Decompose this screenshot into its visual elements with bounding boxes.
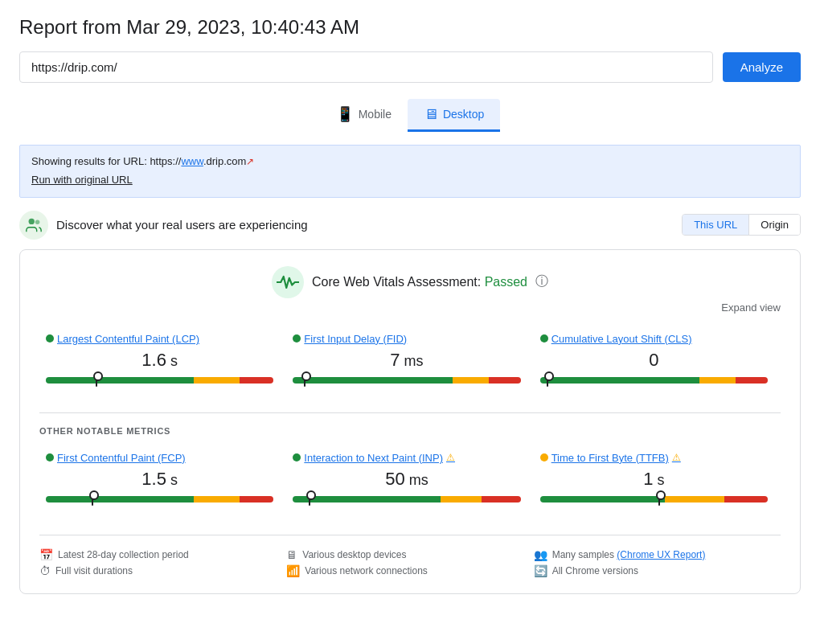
metric-label-text-cls: Cumulative Layout Shift (CLS) [551, 333, 692, 345]
metric-item-ttfb: Time to First Byte (TTFB) ⚠ 1 s [534, 445, 781, 519]
metric-label-text-ttfb: Time to First Byte (TTFB) [551, 452, 669, 464]
footer-icon-0: 📅 [39, 548, 53, 561]
url-bar-row: Analyze [19, 51, 801, 83]
metric-label-text-lcp: Largest Contentful Paint (LCP) [57, 333, 199, 345]
footer-item-4: 📶 Various network connections [286, 564, 533, 577]
progress-marker-lcp [96, 374, 97, 387]
footer-item-2: 👥 Many samples (Chrome UX Report) [534, 548, 781, 561]
progress-track-fid [293, 377, 520, 384]
metric-unit-lcp: s [166, 353, 178, 369]
report-title: Report from Mar 29, 2023, 10:40:43 AM [19, 16, 801, 39]
progress-marker-inp [309, 493, 310, 506]
progress-bar-cls [540, 377, 768, 384]
progress-bar-fid [293, 377, 520, 384]
progress-track-ttfb [540, 496, 768, 502]
redirect-banner: Showing results for URL: https://www.dri… [19, 145, 801, 198]
vitals-card: Core Web Vitals Assessment: Passed ⓘ Exp… [19, 249, 801, 594]
progress-marker-fcp [92, 493, 93, 506]
progress-track-lcp [46, 377, 273, 384]
footer-item-3: ⏱ Full visit durations [39, 564, 286, 577]
analyze-button[interactable]: Analyze [723, 52, 801, 82]
metric-unit-fid: ms [400, 353, 424, 369]
footer-icon-1: 🖥 [286, 548, 297, 561]
assessment-label: Core Web Vitals Assessment: Passed [312, 275, 527, 289]
metric-label-inp[interactable]: Interaction to Next Paint (INP) ⚠ [293, 452, 520, 464]
metric-dot-cls [540, 334, 548, 343]
metric-value-cls: 0 [540, 350, 768, 371]
metric-item-inp: Interaction to Next Paint (INP) ⚠ 50 ms [286, 445, 533, 519]
footer-text-4: Various network connections [305, 565, 428, 576]
footer-item-0: 📅 Latest 28-day collection period [39, 548, 286, 561]
url-input[interactable] [19, 51, 713, 83]
core-vitals-grid: Largest Contentful Paint (LCP) 1.6 s Fir… [39, 326, 781, 400]
metric-label-lcp[interactable]: Largest Contentful Paint (LCP) [46, 333, 273, 345]
device-tabs: 📱 Mobile 🖥 Desktop [19, 99, 801, 132]
pulse-icon [272, 266, 304, 298]
other-metrics-grid: First Contentful Paint (FCP) 1.5 s Inter… [39, 445, 781, 519]
url-origin-toggle: This URL Origin [682, 214, 801, 236]
metric-item-fid: First Input Delay (FID) 7 ms [286, 326, 533, 400]
metric-unit-inp: ms [405, 472, 428, 488]
vitals-header: Core Web Vitals Assessment: Passed ⓘ [39, 266, 781, 298]
metric-unit-ttfb: s [653, 472, 664, 488]
footer-info: 📅 Latest 28-day collection period 🖥 Vari… [39, 535, 781, 577]
footer-text-5: All Chrome versions [552, 565, 638, 576]
expand-view[interactable]: Expand view [39, 301, 781, 314]
footer-item-1: 🖥 Various desktop devices [286, 548, 533, 561]
desktop-icon: 🖥 [424, 106, 438, 123]
metrics-divider [39, 412, 781, 413]
metric-value-fid: 7 ms [293, 350, 520, 371]
metric-value-ttfb: 1 s [540, 469, 768, 490]
tab-desktop[interactable]: 🖥 Desktop [408, 99, 500, 132]
metric-label-fid[interactable]: First Input Delay (FID) [293, 333, 520, 345]
footer-icon-3: ⏱ [39, 564, 51, 577]
progress-marker-cls [547, 374, 548, 387]
metric-item-lcp: Largest Contentful Paint (LCP) 1.6 s [39, 326, 286, 400]
metric-dot-fcp [46, 453, 54, 461]
footer-icon-2: 👥 [534, 548, 547, 561]
metric-dot-lcp [46, 334, 54, 343]
footer-text-2: Many samples (Chrome UX Report) [552, 549, 706, 560]
tab-desktop-label: Desktop [443, 108, 484, 121]
progress-bar-lcp [46, 377, 273, 384]
progress-track-cls [540, 377, 768, 384]
metric-label-text-fcp: First Contentful Paint (FCP) [57, 452, 186, 464]
footer-link-2[interactable]: (Chrome UX Report) [617, 549, 705, 560]
assessment-info-icon[interactable]: ⓘ [535, 273, 548, 290]
svg-point-1 [35, 219, 40, 224]
metric-label-text-inp: Interaction to Next Paint (INP) [304, 452, 443, 464]
tab-mobile[interactable]: 📱 Mobile [320, 99, 408, 132]
redirect-www: www [181, 155, 203, 167]
footer-text-3: Full visit durations [55, 565, 133, 576]
footer-text-0: Latest 28-day collection period [58, 549, 189, 560]
metric-label-text-fid: First Input Delay (FID) [304, 333, 407, 345]
metric-item-fcp: First Contentful Paint (FCP) 1.5 s [39, 445, 286, 519]
warning-icon: ⚠ [446, 452, 455, 463]
progress-bar-fcp [46, 496, 273, 502]
users-icon [25, 216, 43, 234]
progress-marker-ttfb [658, 493, 660, 506]
metric-unit-fcp: s [166, 472, 178, 488]
pulse-wave-icon [277, 274, 299, 290]
svg-point-0 [29, 218, 35, 224]
metric-value-lcp: 1.6 s [46, 350, 273, 371]
other-metrics-label: OTHER NOTABLE METRICS [39, 426, 781, 436]
progress-bar-ttfb [540, 496, 768, 502]
metric-label-ttfb[interactable]: Time to First Byte (TTFB) ⚠ [540, 452, 768, 464]
crux-section-title: Discover what your real users are experi… [56, 218, 308, 232]
warning-icon: ⚠ [672, 452, 681, 463]
run-original-url-link[interactable]: Run with original URL [31, 172, 789, 189]
this-url-button[interactable]: This URL [683, 215, 749, 235]
metric-dot-fid [293, 334, 301, 343]
footer-text-1: Various desktop devices [302, 549, 406, 560]
footer-icon-5: 🔄 [534, 564, 547, 577]
metric-dot-inp [293, 453, 301, 461]
redirect-domain: .drip.com [203, 155, 246, 167]
metric-dot-ttfb [540, 453, 548, 461]
metric-label-cls[interactable]: Cumulative Layout Shift (CLS) [540, 333, 768, 345]
redirect-indicator: ↗ [246, 156, 254, 167]
origin-button[interactable]: Origin [749, 215, 800, 235]
crux-icon [19, 211, 48, 240]
metric-label-fcp[interactable]: First Contentful Paint (FCP) [46, 452, 273, 464]
crux-section-left: Discover what your real users are experi… [19, 211, 308, 240]
